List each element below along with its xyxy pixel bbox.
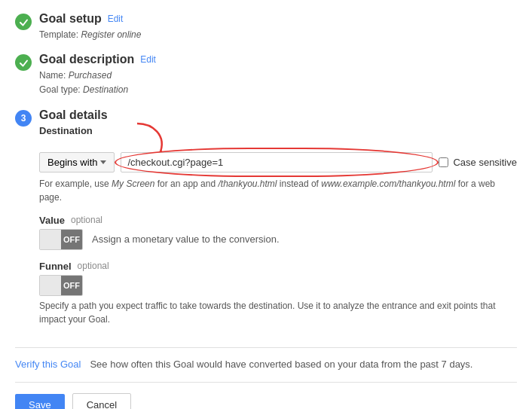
funnel-optional: optional bbox=[78, 261, 109, 271]
funnel-toggle[interactable]: OFF bbox=[39, 275, 83, 296]
funnel-label: Funnel bbox=[39, 261, 72, 272]
funnel-toggle-off-side: OFF bbox=[61, 276, 82, 295]
value-toggle[interactable]: OFF bbox=[39, 229, 83, 250]
goal-details-section: 3 Goal details Destination Begins with bbox=[15, 108, 517, 337]
verify-description: See how often this Goal would have conve… bbox=[90, 359, 472, 370]
goal-setup-title: Goal setup bbox=[39, 12, 102, 26]
value-description: Assign a monetary value to the conversio… bbox=[92, 233, 280, 245]
value-section: Value optional OFF Assign a monetary val… bbox=[39, 215, 517, 250]
destination-hint: For example, use My Screen for an app an… bbox=[39, 177, 517, 204]
save-button[interactable]: Save bbox=[15, 394, 65, 409]
destination-label: Destination bbox=[39, 125, 517, 136]
value-toggle-off-side: OFF bbox=[61, 230, 82, 249]
value-toggle-row: OFF Assign a monetary value to the conve… bbox=[39, 229, 517, 250]
name-label: Name: bbox=[39, 70, 66, 81]
destination-row: Begins with Case sensitive bbox=[39, 152, 517, 172]
goal-setup-content: Goal setup Edit Template: Register onlin… bbox=[39, 12, 517, 42]
goal-details-title: Goal details bbox=[39, 108, 108, 122]
funnel-description: Specify a path you expect traffic to tak… bbox=[39, 299, 517, 326]
action-row: Save Cancel bbox=[15, 393, 517, 409]
verify-goal-link[interactable]: Verify this Goal bbox=[15, 359, 81, 370]
value-toggle-empty-side bbox=[40, 230, 61, 249]
value-label: Value bbox=[39, 215, 65, 226]
funnel-toggle-empty-side bbox=[40, 276, 61, 295]
template-label: Template: bbox=[39, 29, 78, 40]
type-value: Destination bbox=[83, 84, 128, 95]
goal-setup-section: Goal setup Edit Template: Register onlin… bbox=[15, 12, 517, 42]
case-sensitive-row: Case sensitive bbox=[439, 157, 517, 168]
funnel-toggle-row: OFF bbox=[39, 275, 517, 296]
case-sensitive-label: Case sensitive bbox=[453, 157, 517, 168]
url-input-wrapper bbox=[121, 152, 433, 172]
goal-details-content: Goal details Destination Begins with Cas… bbox=[39, 108, 517, 337]
goal-description-content: Goal description Edit Name: Purchased Go… bbox=[39, 53, 517, 97]
dropdown-caret-icon bbox=[100, 160, 106, 164]
template-value: Register online bbox=[81, 29, 141, 40]
goal-setup-check-icon bbox=[15, 14, 32, 30]
goal-description-title: Goal description bbox=[39, 53, 134, 66]
destination-url-input[interactable] bbox=[121, 152, 433, 172]
goal-details-step-icon: 3 bbox=[15, 110, 32, 127]
verify-row: Verify this Goal See how often this Goal… bbox=[15, 359, 517, 370]
value-optional: optional bbox=[71, 215, 102, 225]
goal-description-check-icon bbox=[15, 54, 32, 71]
goal-description-edit-link[interactable]: Edit bbox=[140, 54, 156, 65]
goal-setup-template: Template: Register online bbox=[39, 28, 517, 42]
name-value: Purchased bbox=[69, 70, 112, 81]
divider-1 bbox=[15, 347, 517, 348]
cancel-button[interactable]: Cancel bbox=[72, 393, 131, 409]
goal-description-section: Goal description Edit Name: Purchased Go… bbox=[15, 53, 517, 97]
goal-setup-edit-link[interactable]: Edit bbox=[108, 14, 124, 24]
funnel-section: Funnel optional OFF Specify a path you e… bbox=[39, 261, 517, 326]
begins-with-dropdown[interactable]: Begins with bbox=[39, 152, 115, 172]
divider-2 bbox=[15, 382, 517, 383]
begins-with-label: Begins with bbox=[47, 157, 97, 168]
goal-description-meta: Name: Purchased Goal type: Destination bbox=[39, 69, 517, 97]
case-sensitive-checkbox[interactable] bbox=[439, 157, 448, 167]
type-label: Goal type: bbox=[39, 84, 81, 95]
